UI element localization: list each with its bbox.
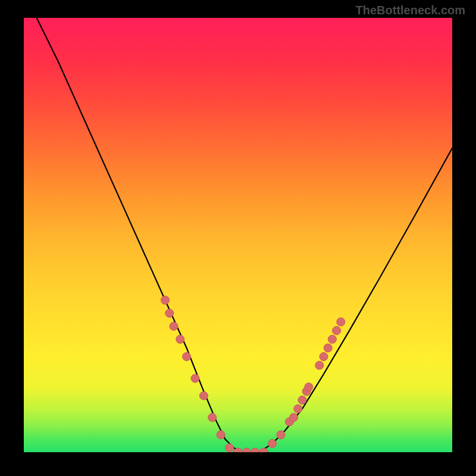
marker-point (165, 309, 174, 317)
marker-point (268, 439, 277, 447)
marker-point (183, 352, 191, 361)
marker-point (176, 335, 184, 343)
marker-point (217, 431, 225, 439)
marker-point (226, 444, 234, 452)
marker-point (191, 374, 199, 383)
marker-point (208, 414, 217, 422)
plot-area (24, 18, 452, 452)
marker-point (320, 352, 328, 361)
marker-point (337, 318, 345, 326)
marker-point (315, 361, 324, 369)
watermark-text: TheBottleneck.com (356, 4, 465, 17)
marker-point (277, 431, 285, 439)
marker-point (259, 448, 268, 452)
marker-point (161, 296, 170, 305)
chart-container: TheBottleneck.com (0, 0, 476, 476)
series-right-curve (259, 148, 452, 452)
lines-layer (37, 18, 452, 452)
marker-point (251, 448, 259, 452)
marker-point (290, 414, 298, 422)
marker-point (294, 405, 302, 413)
markers-layer (161, 296, 345, 453)
marker-point (298, 396, 306, 404)
marker-point (324, 344, 332, 352)
marker-point (170, 322, 178, 330)
marker-point (328, 335, 336, 343)
marker-point (199, 392, 208, 400)
series-left-curve (37, 18, 243, 452)
marker-point (305, 383, 313, 392)
marker-point (333, 327, 341, 335)
marker-point (242, 448, 250, 452)
curve-svg (24, 18, 452, 452)
